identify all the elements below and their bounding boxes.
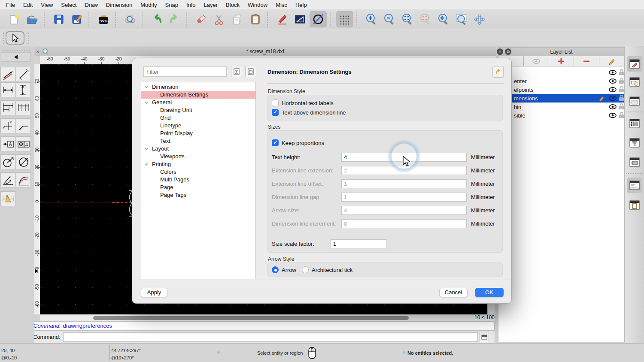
undo-icon[interactable] [148, 11, 165, 27]
tree-item-text[interactable]: Text [141, 137, 255, 145]
palette-handle[interactable] [2, 50, 30, 51]
command-input[interactable] [63, 332, 478, 342]
document-restore-icon[interactable]: ⧉ [505, 48, 511, 55]
menu-draw[interactable]: Draw [85, 2, 97, 8]
layer-row-selected[interactable]: mensions [499, 94, 624, 103]
eye-icon[interactable] [609, 113, 617, 118]
paste-icon[interactable] [247, 11, 264, 27]
toolbar-handle[interactable] [3, 32, 4, 44]
dim-text-tool[interactable]: A [0, 136, 15, 151]
command-line-dock-icon[interactable] [627, 178, 642, 193]
architectural-tick-radio[interactable] [302, 266, 309, 273]
keep-proportions-checkbox[interactable] [272, 139, 279, 146]
document-close-icon[interactable]: × [497, 48, 503, 55]
tree-item-page[interactable]: Page [141, 184, 255, 191]
menu-snap[interactable]: Snap [165, 2, 178, 8]
menu-misc[interactable]: Misc [276, 2, 287, 8]
lock-icon[interactable] [619, 95, 624, 101]
menu-select[interactable]: Select [61, 2, 76, 8]
arrow-radio-row[interactable]: Arrow [272, 266, 296, 273]
tree-item-drawing-unit[interactable]: Drawing Unit [141, 106, 255, 114]
command-dock-button[interactable] [480, 332, 489, 342]
draw-circle-icon[interactable] [310, 11, 327, 27]
menu-block[interactable]: Block [226, 2, 240, 8]
layer-row[interactable] [499, 68, 624, 77]
tree-item-linetype[interactable]: Linetype [141, 122, 255, 130]
tree-item-dimension-settings[interactable]: Dimension Settings [141, 91, 255, 99]
architectural-tick-radio-row[interactable]: Architectural tick [302, 266, 352, 273]
block-list-dock-icon[interactable] [627, 74, 642, 90]
dimension-line-gap-input[interactable] [341, 193, 467, 202]
save-icon[interactable] [50, 11, 67, 27]
horizontal-text-labels-checkbox[interactable] [272, 100, 279, 106]
remove-layer-button[interactable] [574, 56, 599, 66]
dim-leader-tool[interactable] [16, 118, 31, 133]
pencil-icon[interactable] [598, 95, 605, 102]
horizontal-scrollbar[interactable] [40, 315, 495, 321]
clipboard-dock-icon[interactable] [627, 197, 642, 213]
cut-icon[interactable] [211, 11, 228, 27]
lock-icon[interactable] [619, 112, 624, 118]
extension-line-offset-input[interactable] [341, 179, 467, 188]
dimension-line-increment-input[interactable] [341, 219, 467, 228]
toolbar-handle[interactable] [28, 32, 29, 44]
dim-angular-tool[interactable] [0, 172, 15, 187]
tree-item-dimension[interactable]: Dimension [141, 83, 255, 91]
grid-toggle-icon[interactable] [336, 11, 353, 27]
layer-row[interactable]: enter [499, 77, 624, 85]
redo-icon[interactable] [166, 11, 183, 27]
size-scale-factor-input[interactable] [331, 239, 386, 248]
layer-row[interactable]: hin [499, 103, 624, 111]
dim-diameter-tool[interactable] [16, 154, 31, 169]
layer-row[interactable]: efpoints [499, 85, 624, 94]
text-above-dimension-line-row[interactable]: Text above dimension line [272, 109, 346, 116]
projection-dock-icon[interactable] [627, 154, 642, 170]
zoom-selection-icon[interactable] [417, 11, 434, 27]
eye-icon[interactable] [609, 78, 617, 84]
cancel-button[interactable]: Cancel [439, 288, 468, 297]
menu-help[interactable]: Help [295, 2, 307, 8]
lock-icon[interactable] [619, 78, 624, 84]
tree-item-viewports[interactable]: Viewports [141, 153, 255, 160]
open-file-icon[interactable] [24, 11, 41, 27]
edit-layer-button[interactable] [599, 56, 624, 66]
document-tab-title[interactable]: * screw_m18.dxf [34, 47, 496, 56]
layer-row[interactable]: sible [499, 111, 624, 120]
save-as-icon[interactable] [68, 11, 85, 27]
menu-dimension[interactable]: Dimension [106, 2, 132, 8]
dim-continue-tool[interactable] [16, 100, 31, 115]
entity-list-dock-icon[interactable] [627, 116, 642, 131]
draw-pen-icon[interactable] [273, 11, 291, 27]
dim-arc-tool[interactable] [16, 172, 31, 187]
ok-button[interactable]: OK [475, 288, 504, 297]
delete-icon[interactable] [193, 11, 210, 27]
horizontal-text-labels-row[interactable]: Horizontal text labels [272, 100, 334, 106]
palette-back-button[interactable] [1, 52, 31, 62]
collapse-all-button[interactable] [245, 66, 256, 77]
zoom-window-icon[interactable] [453, 11, 470, 27]
keep-proportions-row[interactable]: Keep proportions [272, 139, 324, 146]
tree-item-page-tags[interactable]: Page Tags [141, 191, 255, 199]
text-above-dimension-line-checkbox[interactable] [272, 109, 279, 116]
eye-icon[interactable] [609, 70, 617, 75]
eye-icon[interactable] [609, 87, 617, 92]
tree-item-point-display[interactable]: Point Display [141, 130, 255, 137]
filter-input[interactable] [143, 66, 227, 77]
dim-ordinate-tool[interactable]: xy [0, 118, 15, 133]
add-layer-button[interactable] [549, 56, 574, 66]
tree-item-multi-pages[interactable]: Multi Pages [141, 176, 255, 184]
eye-icon[interactable] [609, 104, 617, 109]
tree-item-general[interactable]: General [141, 99, 255, 106]
lock-icon[interactable] [619, 103, 624, 110]
menu-view[interactable]: View [41, 2, 53, 8]
horizontal-scrollbar-thumb[interactable] [93, 316, 409, 320]
print-preview-icon[interactable] [122, 11, 139, 27]
dim-cleanup-tool[interactable] [0, 191, 15, 206]
menu-layer[interactable]: Layer [204, 2, 218, 8]
revert-button[interactable] [492, 66, 504, 78]
property-editor-dock-icon[interactable] [627, 56, 642, 72]
dim-radius-tool[interactable]: R [0, 154, 15, 169]
zoom-previous-icon[interactable] [435, 11, 452, 27]
menu-file[interactable]: File [6, 2, 15, 8]
menu-edit[interactable]: Edit [23, 2, 33, 8]
